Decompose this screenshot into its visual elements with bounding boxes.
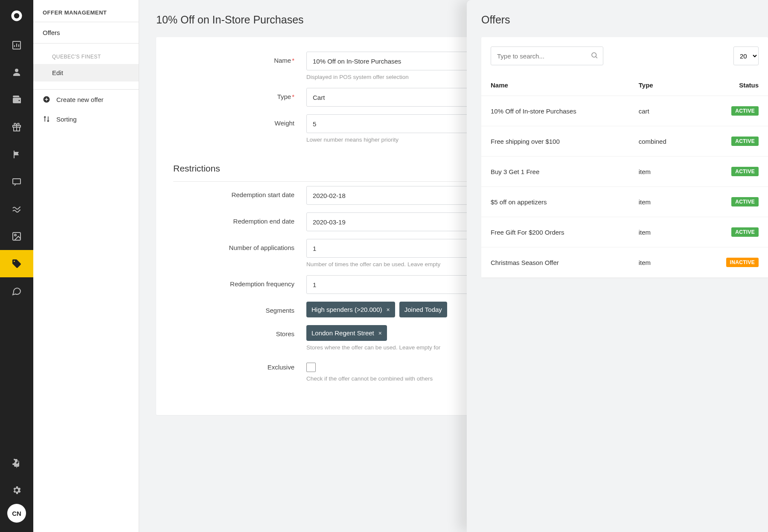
svg-point-7 — [15, 234, 16, 236]
label-exclusive: Exclusive — [173, 358, 306, 371]
table-row[interactable]: Buy 3 Get 1 FreeitemACTIVE — [481, 157, 768, 187]
cell-status: ACTIVE — [695, 157, 768, 187]
col-status[interactable]: Status — [695, 75, 768, 96]
nav-flag-icon[interactable] — [0, 141, 33, 168]
status-badge: ACTIVE — [731, 167, 759, 176]
cell-status: INACTIVE — [695, 247, 768, 278]
page-size-select[interactable]: 20 — [733, 47, 759, 65]
sidebar-item-sorting[interactable]: Sorting — [33, 109, 139, 129]
label-type: Type* — [173, 88, 306, 100]
cell-status: ACTIVE — [695, 96, 768, 126]
cell-name: 10% Off of In-store Purchases — [481, 96, 629, 126]
store-tag[interactable]: London Regent Street× — [306, 325, 387, 341]
svg-rect-5 — [13, 179, 20, 184]
cell-name: Christmas Season Offer — [481, 247, 629, 278]
sidebar-item-label: Create new offer — [56, 96, 104, 103]
label-segments: Segments — [173, 302, 306, 314]
cell-name: Free Gift For $200 Orders — [481, 217, 629, 247]
nav-users-icon[interactable] — [0, 59, 33, 86]
svg-point-9 — [592, 53, 596, 58]
offers-table: Name Type Status 10% Off of In-store Pur… — [481, 75, 768, 278]
sidebar: OFFER MANAGEMENT Offers QUEBEC'S FINEST … — [33, 0, 139, 532]
nav-waves-icon[interactable] — [0, 195, 33, 223]
label-start-date: Redemption start date — [173, 186, 306, 198]
nav-gift-icon[interactable] — [0, 113, 33, 141]
col-type[interactable]: Type — [629, 75, 695, 96]
offers-panel-title: Offers — [481, 14, 768, 26]
tag-label: Joined Today — [404, 306, 442, 313]
label-weight: Weight — [173, 114, 306, 127]
cell-type: cart — [629, 96, 695, 126]
cell-status: ACTIVE — [695, 217, 768, 247]
nav-wallet-icon[interactable] — [0, 86, 33, 113]
nav-tag-icon[interactable] — [0, 250, 33, 277]
tag-label: London Regent Street — [311, 329, 374, 337]
label-frequency: Redemption frequency — [173, 275, 306, 288]
nav-image-icon[interactable] — [0, 223, 33, 250]
app-logo — [0, 0, 33, 32]
sorting-icon — [43, 115, 50, 123]
table-row[interactable]: Free shipping over $100combinedACTIVE — [481, 126, 768, 157]
cell-name: Free shipping over $100 — [481, 126, 629, 157]
sidebar-header: OFFER MANAGEMENT — [33, 0, 139, 22]
label-stores: Stores — [173, 325, 306, 337]
offers-panel: Offers 20 Name Type Status 10% Off of In… — [467, 0, 768, 532]
user-avatar[interactable]: CN — [7, 504, 26, 523]
status-badge: ACTIVE — [731, 197, 759, 206]
nav-settings-icon[interactable] — [0, 477, 33, 504]
cell-type: item — [629, 247, 695, 278]
nav-message-icon[interactable] — [0, 168, 33, 195]
label-name: Name* — [173, 52, 306, 64]
cell-type: item — [629, 187, 695, 217]
tag-remove-icon[interactable]: × — [378, 330, 382, 337]
tag-label: High spenders (>20.000) — [311, 306, 382, 313]
table-row[interactable]: Christmas Season OfferitemINACTIVE — [481, 247, 768, 278]
nav-puzzle-icon[interactable] — [0, 449, 33, 477]
cell-type: combined — [629, 126, 695, 157]
offers-search-input[interactable] — [491, 47, 603, 65]
tag-remove-icon[interactable]: × — [387, 306, 390, 313]
svg-rect-6 — [13, 233, 20, 240]
table-row[interactable]: 10% Off of In-store PurchasescartACTIVE — [481, 96, 768, 126]
cell-type: item — [629, 157, 695, 187]
sidebar-item-label: Sorting — [56, 116, 77, 123]
col-name[interactable]: Name — [481, 75, 629, 96]
exclusive-checkbox[interactable] — [306, 363, 316, 372]
cell-type: item — [629, 217, 695, 247]
nav-chat-icon[interactable] — [0, 277, 33, 305]
sidebar-item-offers[interactable]: Offers — [33, 22, 139, 44]
icon-rail: CN — [0, 0, 33, 532]
segment-tag[interactable]: Joined Today — [399, 302, 447, 317]
status-badge: ACTIVE — [731, 106, 759, 116]
sidebar-item-create-offer[interactable]: Create new offer — [33, 90, 139, 109]
status-badge: ACTIVE — [731, 227, 759, 237]
sidebar-category: QUEBEC'S FINEST — [33, 49, 139, 64]
nav-dashboard-icon[interactable] — [0, 32, 33, 59]
cell-name: Buy 3 Get 1 Free — [481, 157, 629, 187]
svg-point-1 — [14, 13, 20, 19]
label-end-date: Redemption end date — [173, 212, 306, 225]
plus-circle-icon — [43, 96, 50, 103]
segment-tag[interactable]: High spenders (>20.000)× — [306, 302, 395, 317]
cell-name: $5 off on appetizers — [481, 187, 629, 217]
status-badge: ACTIVE — [731, 137, 759, 146]
table-row[interactable]: $5 off on appetizersitemACTIVE — [481, 187, 768, 217]
table-row[interactable]: Free Gift For $200 OrdersitemACTIVE — [481, 217, 768, 247]
label-applications: Number of applications — [173, 239, 306, 251]
search-icon[interactable] — [591, 52, 598, 61]
sidebar-item-edit[interactable]: Edit — [33, 64, 139, 81]
cell-status: ACTIVE — [695, 126, 768, 157]
status-badge: INACTIVE — [726, 258, 759, 267]
cell-status: ACTIVE — [695, 187, 768, 217]
